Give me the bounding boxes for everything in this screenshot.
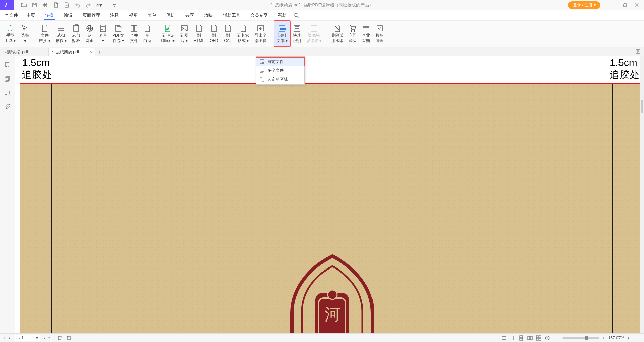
- page-input[interactable]: 1 / 1▾: [14, 335, 40, 341]
- zoom-value[interactable]: 167.07%: [608, 336, 624, 340]
- view-continuous-icon[interactable]: [518, 335, 524, 341]
- reflow-icon[interactable]: [545, 335, 550, 341]
- view-facing-cont-icon[interactable]: [536, 335, 541, 341]
- svg-rect-1: [34, 3, 36, 4]
- view-facing-icon[interactable]: [527, 335, 533, 341]
- print-icon[interactable]: [42, 2, 48, 8]
- vertical-scrollbar[interactable]: [640, 56, 644, 333]
- zoom-slider[interactable]: [562, 337, 599, 339]
- menu-present[interactable]: 放映: [199, 10, 217, 20]
- blank-page-button[interactable]: 空白页: [141, 21, 154, 47]
- from-webpage-button[interactable]: 从网页: [83, 21, 96, 47]
- to-caj-button[interactable]: 到CAJ: [221, 21, 235, 47]
- minimize-button[interactable]: [611, 2, 616, 8]
- svg-rect-7: [58, 27, 64, 30]
- new-doc-icon[interactable]: [53, 2, 59, 8]
- selection-icon: [259, 77, 265, 82]
- merge-files-button[interactable]: 合并文件: [127, 21, 141, 47]
- properties-icon[interactable]: [635, 49, 641, 54]
- dd-current-file[interactable]: 当前文件: [256, 57, 304, 66]
- hand-icon[interactable]: ▾: [96, 2, 102, 8]
- ocr-dropdown: 当前文件 多个文件 选定的区域: [256, 56, 305, 85]
- from-clipboard-button[interactable]: 从剪贴板: [69, 21, 83, 47]
- svg-rect-22: [377, 26, 382, 31]
- export-images-button[interactable]: 导出全部图像: [252, 21, 269, 47]
- next-page-button[interactable]: ›: [44, 336, 45, 340]
- menu-form[interactable]: 表单: [143, 10, 161, 20]
- svg-rect-35: [58, 336, 61, 340]
- remove-watermark-button[interactable]: 删除试用水印: [329, 21, 346, 47]
- svg-rect-39: [520, 338, 523, 340]
- enterprise-button[interactable]: 企业采购: [359, 21, 373, 47]
- ocr-text-button[interactable]: OCR识别文本 ▾: [274, 21, 290, 47]
- menu-page-manage[interactable]: 页面管理: [78, 10, 105, 20]
- emblem-graphic: 河: [272, 253, 393, 333]
- open-icon[interactable]: [21, 2, 27, 8]
- maximize-button[interactable]: [623, 2, 628, 8]
- rotate-left-icon[interactable]: [57, 335, 63, 341]
- svg-rect-18: [311, 25, 317, 31]
- pages-icon[interactable]: [4, 76, 11, 83]
- close-tab-icon[interactable]: ✕: [90, 50, 93, 55]
- svg-rect-3: [44, 3, 46, 4]
- menu-share[interactable]: 共享: [181, 10, 199, 20]
- svg-rect-32: [260, 69, 263, 72]
- menu-vip[interactable]: 会员专享: [246, 10, 273, 20]
- select-tool-button[interactable]: 选择▾: [18, 21, 32, 47]
- overflow-icon[interactable]: ▿: [111, 2, 117, 8]
- form-button[interactable]: 表单▾: [96, 21, 110, 47]
- doc-tab[interactable]: 福昕办公.pdf: [1, 48, 48, 56]
- fullscreen-icon[interactable]: [635, 335, 641, 341]
- rotate-right-icon[interactable]: [66, 335, 71, 341]
- pdf-package-button[interactable]: PDF文件包 ▾: [110, 21, 127, 47]
- undo-icon[interactable]: [75, 2, 81, 8]
- search-icon[interactable]: [294, 13, 299, 18]
- suspect-results-button[interactable]: 疑似错误结果 ▾: [304, 21, 324, 47]
- zoom-out-button[interactable]: −: [557, 336, 559, 340]
- svg-rect-25: [6, 76, 9, 80]
- menu-convert[interactable]: 转换: [40, 10, 58, 20]
- to-html-button[interactable]: 到HTML: [191, 21, 207, 47]
- menu-protect[interactable]: 保护: [162, 10, 180, 20]
- view-list-icon[interactable]: [501, 335, 506, 341]
- save-icon[interactable]: [32, 2, 38, 8]
- menu-accessibility[interactable]: 辅助工具: [218, 10, 245, 20]
- close-button[interactable]: [634, 2, 639, 8]
- menu-help[interactable]: 帮助: [273, 10, 291, 20]
- license-button[interactable]: 授权管理: [373, 21, 386, 47]
- bookmark-icon[interactable]: [4, 62, 11, 68]
- add-tab-button[interactable]: ＋: [95, 48, 103, 56]
- dd-selected-area[interactable]: 选定的区域: [256, 75, 304, 84]
- fast-ocr-button[interactable]: 快速识别: [290, 21, 304, 47]
- first-page-button[interactable]: «: [3, 336, 6, 340]
- prev-page-button[interactable]: ‹: [9, 336, 10, 340]
- menu-toggle[interactable]: ≡文件: [3, 12, 21, 18]
- export-icon[interactable]: [64, 2, 70, 8]
- attachment-icon[interactable]: [4, 104, 11, 111]
- canvas[interactable]: 1.5cm 追胶处 1.5cm 追胶处: [15, 56, 644, 333]
- to-msoffice-button[interactable]: 到 MSOffice ▾: [158, 21, 177, 47]
- menu-home[interactable]: 主页: [21, 10, 40, 20]
- page-content: 1.5cm 追胶处 1.5cm 追胶处: [20, 56, 644, 333]
- doc-tab[interactable]: 牛皮纸药袋.pdf✕: [48, 48, 95, 56]
- buy-now-button[interactable]: 立即购买: [346, 21, 359, 47]
- file-convert-button[interactable]: 文件转换 ▾: [36, 21, 53, 47]
- from-scanner-button[interactable]: 从扫描仪 ▾: [53, 21, 69, 47]
- menu-annotate[interactable]: 注释: [105, 10, 123, 20]
- hand-tool-button[interactable]: 手型工具 ▾: [2, 21, 18, 47]
- menu-edit[interactable]: 编辑: [59, 10, 77, 20]
- zoom-in-button[interactable]: +: [603, 336, 605, 340]
- redo-icon[interactable]: [85, 2, 91, 8]
- login-button[interactable]: 登录 / 注册▾: [568, 1, 600, 9]
- last-page-button[interactable]: »: [48, 336, 51, 340]
- svg-rect-41: [530, 336, 532, 340]
- comment-icon[interactable]: [4, 90, 11, 97]
- view-single-icon[interactable]: [510, 335, 515, 341]
- quick-access-toolbar: ▾ ▿: [14, 2, 117, 8]
- to-ofd-button[interactable]: 到OFD: [207, 21, 221, 47]
- svg-rect-36: [68, 336, 70, 340]
- menu-view[interactable]: 视图: [124, 10, 142, 20]
- to-other-button[interactable]: 到其它格式 ▾: [235, 21, 252, 47]
- dd-multiple-files[interactable]: 多个文件: [256, 66, 304, 75]
- to-image-button[interactable]: 到图片 ▾: [178, 21, 191, 47]
